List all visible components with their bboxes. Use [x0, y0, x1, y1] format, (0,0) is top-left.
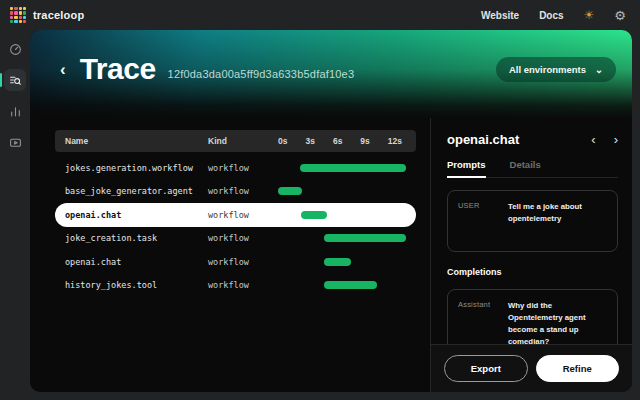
span-duration-bar: [301, 211, 327, 219]
main-panel: ‹ Trace 12f0da3da00a5ff9d3a633b5dfaf10e3…: [30, 30, 632, 392]
tick-label: 3s: [305, 136, 314, 146]
trace-table-rows: jokes.generation.workflow workflow base_…: [55, 156, 416, 297]
span-timeline: [278, 234, 406, 242]
tick-label: 6s: [333, 136, 342, 146]
span-kind: workflow: [208, 210, 278, 220]
trace-id: 12f0da3da00a5ff9d3a633b5dfaf10e3: [168, 68, 355, 80]
docs-link[interactable]: Docs: [539, 10, 563, 21]
sidebar-item-traces[interactable]: [4, 69, 26, 91]
completion-line: Why did the Opentelemetry agent become a…: [508, 300, 607, 348]
span-duration-bar: [278, 187, 302, 195]
prompt-message-box: USER Tell me a joke about opentelemetry: [447, 190, 618, 252]
video-play-icon: [9, 136, 22, 149]
sidebar: [0, 30, 30, 400]
column-header-name: Name: [65, 136, 208, 146]
table-row[interactable]: jokes.generation.workflow workflow: [55, 156, 416, 180]
span-timeline: [278, 281, 406, 289]
table-row[interactable]: base_joke_generator.agent workflow: [55, 180, 416, 204]
prompt-text: Tell me a joke about opentelemetry: [508, 201, 607, 241]
span-name: base_joke_generator.agent: [65, 186, 208, 196]
sidebar-item-analytics[interactable]: [4, 100, 26, 122]
gauge-icon: [9, 43, 22, 56]
traceloop-logo-icon: [10, 7, 26, 23]
span-detail-panel: openai.chat ‹ › Prompts Details USER Tel…: [430, 118, 632, 392]
span-timeline: [278, 187, 406, 195]
table-row[interactable]: history_jokes.tool workflow: [55, 274, 416, 298]
prev-span-button[interactable]: ‹: [591, 133, 595, 146]
completions-heading: Completions: [447, 267, 618, 277]
span-kind: workflow: [208, 233, 278, 243]
span-kind: workflow: [208, 280, 278, 290]
span-name: jokes.generation.workflow: [65, 163, 208, 173]
tab-details[interactable]: Details: [510, 159, 541, 178]
column-header-kind: Kind: [208, 136, 278, 146]
next-span-button[interactable]: ›: [614, 133, 618, 146]
brand[interactable]: traceloop: [10, 7, 84, 23]
detail-footer: Export Refine: [431, 344, 632, 392]
table-header: Name Kind 0s 3s 6s 9s 12s: [55, 130, 416, 152]
span-name: history_jokes.tool: [65, 280, 208, 290]
back-button[interactable]: ‹: [60, 61, 66, 78]
chevron-down-icon: ⌄: [595, 64, 603, 75]
environment-selector[interactable]: All environments ⌄: [496, 57, 616, 82]
span-kind: workflow: [208, 186, 278, 196]
export-button[interactable]: Export: [444, 355, 528, 382]
span-duration-bar: [324, 281, 376, 289]
search-traces-icon: [9, 74, 22, 87]
topbar-actions: Website Docs ☀ ⚙: [481, 9, 626, 22]
detail-tabs: Prompts Details: [447, 159, 618, 178]
sidebar-item-dashboard[interactable]: [4, 38, 26, 60]
span-duration-bar: [324, 258, 351, 266]
table-row[interactable]: openai.chat workflow: [55, 250, 416, 274]
span-detail-title: openai.chat: [447, 132, 519, 147]
table-row[interactable]: joke_creation.task workflow: [55, 227, 416, 251]
environment-selector-label: All environments: [509, 64, 586, 75]
span-timeline: [278, 164, 406, 172]
trace-header: ‹ Trace 12f0da3da00a5ff9d3a633b5dfaf10e3…: [30, 30, 632, 118]
tick-label: 0s: [278, 136, 287, 146]
bar-chart-icon: [9, 105, 22, 118]
span-name: openai.chat: [65, 257, 208, 267]
tick-label: 12s: [388, 136, 402, 146]
theme-toggle-sun-icon[interactable]: ☀: [584, 9, 595, 21]
sidebar-item-playground[interactable]: [4, 131, 26, 153]
tab-prompts[interactable]: Prompts: [447, 159, 486, 178]
refine-button[interactable]: Refine: [536, 355, 620, 382]
page-title: Trace: [80, 52, 156, 86]
spans-table: Name Kind 0s 3s 6s 9s 12s jokes.generati…: [30, 118, 430, 392]
prompt-role-label: USER: [458, 201, 500, 241]
tick-label: 9s: [360, 136, 369, 146]
span-duration-bar: [300, 164, 406, 172]
website-link[interactable]: Website: [481, 10, 519, 21]
span-timeline: [278, 211, 406, 219]
span-kind: workflow: [208, 257, 278, 267]
table-row[interactable]: openai.chat workflow: [55, 203, 416, 227]
span-duration-bar: [324, 234, 406, 242]
span-timeline: [278, 258, 406, 266]
settings-gear-icon[interactable]: ⚙: [614, 9, 626, 22]
span-name: openai.chat: [65, 210, 208, 220]
timeline-ticks: 0s 3s 6s 9s 12s: [278, 136, 406, 146]
span-kind: workflow: [208, 163, 278, 173]
span-name: joke_creation.task: [65, 233, 208, 243]
brand-name: traceloop: [33, 9, 84, 21]
top-bar: traceloop Website Docs ☀ ⚙: [0, 0, 640, 30]
